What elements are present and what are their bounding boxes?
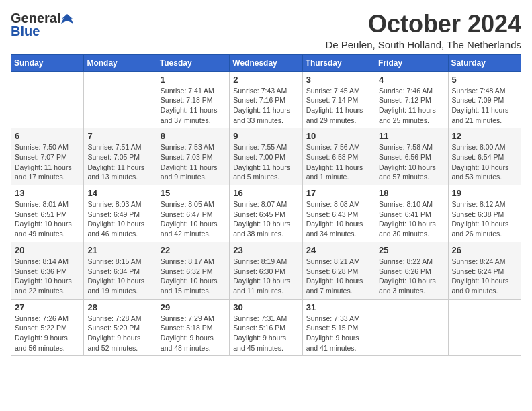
- day-number: 23: [233, 245, 298, 255]
- calendar-cell: 16Sunrise: 8:07 AM Sunset: 6:45 PM Dayli…: [230, 185, 302, 242]
- cell-text: Sunrise: 8:17 AM Sunset: 6:32 PM Dayligh…: [161, 257, 226, 296]
- calendar-cell: 8Sunrise: 7:53 AM Sunset: 7:03 PM Daylig…: [157, 128, 229, 185]
- calendar-cell: 12Sunrise: 8:00 AM Sunset: 6:54 PM Dayli…: [448, 128, 521, 185]
- cell-text: Sunrise: 8:05 AM Sunset: 6:47 PM Dayligh…: [161, 199, 226, 239]
- calendar-cell: 23Sunrise: 8:19 AM Sunset: 6:30 PM Dayli…: [230, 242, 302, 299]
- day-number: 12: [452, 131, 517, 141]
- weekday-header-monday: Monday: [84, 54, 157, 71]
- day-number: 19: [452, 188, 517, 198]
- cell-text: Sunrise: 8:00 AM Sunset: 6:54 PM Dayligh…: [452, 142, 517, 182]
- cell-text: Sunrise: 8:22 AM Sunset: 6:26 PM Dayligh…: [379, 257, 444, 296]
- cell-text: Sunrise: 7:28 AM Sunset: 5:20 PM Dayligh…: [87, 314, 152, 353]
- day-number: 20: [15, 245, 80, 255]
- weekday-header-friday: Friday: [375, 54, 448, 71]
- cell-text: Sunrise: 8:01 AM Sunset: 6:51 PM Dayligh…: [15, 199, 80, 239]
- calendar-cell: 26Sunrise: 8:24 AM Sunset: 6:24 PM Dayli…: [448, 242, 521, 299]
- cell-text: Sunrise: 7:29 AM Sunset: 5:18 PM Dayligh…: [161, 314, 226, 353]
- weekday-header-thursday: Thursday: [302, 54, 375, 71]
- calendar-cell: 25Sunrise: 8:22 AM Sunset: 6:26 PM Dayli…: [375, 242, 448, 299]
- calendar-cell: 15Sunrise: 8:05 AM Sunset: 6:47 PM Dayli…: [157, 185, 229, 242]
- cell-text: Sunrise: 8:08 AM Sunset: 6:43 PM Dayligh…: [306, 199, 371, 239]
- calendar-cell: 27Sunrise: 7:26 AM Sunset: 5:22 PM Dayli…: [11, 299, 84, 356]
- calendar-cell: 31Sunrise: 7:33 AM Sunset: 5:15 PM Dayli…: [302, 299, 375, 356]
- cell-text: Sunrise: 7:43 AM Sunset: 7:16 PM Dayligh…: [233, 86, 298, 126]
- cell-text: Sunrise: 7:50 AM Sunset: 7:07 PM Dayligh…: [15, 142, 80, 182]
- weekday-header-saturday: Saturday: [448, 54, 521, 71]
- calendar-cell: 29Sunrise: 7:29 AM Sunset: 5:18 PM Dayli…: [157, 299, 229, 356]
- day-number: 28: [87, 302, 152, 312]
- calendar-cell: 13Sunrise: 8:01 AM Sunset: 6:51 PM Dayli…: [11, 185, 84, 242]
- day-number: 16: [233, 188, 298, 198]
- calendar-cell: [11, 71, 84, 128]
- calendar-cell: 28Sunrise: 7:28 AM Sunset: 5:20 PM Dayli…: [84, 299, 157, 356]
- day-number: 31: [306, 302, 371, 312]
- calendar: SundayMondayTuesdayWednesdayThursdayFrid…: [11, 54, 521, 357]
- cell-text: Sunrise: 7:55 AM Sunset: 7:00 PM Dayligh…: [233, 142, 298, 182]
- calendar-cell: 2Sunrise: 7:43 AM Sunset: 7:16 PM Daylig…: [230, 71, 302, 128]
- week-row-3: 13Sunrise: 8:01 AM Sunset: 6:51 PM Dayli…: [11, 185, 521, 242]
- calendar-cell: 7Sunrise: 7:51 AM Sunset: 7:05 PM Daylig…: [84, 128, 157, 185]
- day-number: 14: [87, 188, 152, 198]
- month-title: October 2024: [325, 11, 521, 38]
- day-number: 17: [306, 188, 371, 198]
- calendar-cell: 17Sunrise: 8:08 AM Sunset: 6:43 PM Dayli…: [302, 185, 375, 242]
- day-number: 18: [379, 188, 444, 198]
- week-row-2: 6Sunrise: 7:50 AM Sunset: 7:07 PM Daylig…: [11, 128, 521, 185]
- logo: General Blue: [11, 11, 74, 39]
- day-number: 10: [306, 131, 371, 141]
- day-number: 6: [15, 131, 80, 141]
- day-number: 27: [15, 302, 80, 312]
- week-row-5: 27Sunrise: 7:26 AM Sunset: 5:22 PM Dayli…: [11, 299, 521, 356]
- day-number: 24: [306, 245, 371, 255]
- cell-text: Sunrise: 8:07 AM Sunset: 6:45 PM Dayligh…: [233, 199, 298, 239]
- calendar-cell: 4Sunrise: 7:46 AM Sunset: 7:12 PM Daylig…: [375, 71, 448, 128]
- calendar-cell: 30Sunrise: 7:31 AM Sunset: 5:16 PM Dayli…: [230, 299, 302, 356]
- day-number: 25: [379, 245, 444, 255]
- day-number: 22: [161, 245, 226, 255]
- day-number: 15: [161, 188, 226, 198]
- cell-text: Sunrise: 7:33 AM Sunset: 5:15 PM Dayligh…: [306, 314, 371, 353]
- day-number: 30: [233, 302, 298, 312]
- cell-text: Sunrise: 8:03 AM Sunset: 6:49 PM Dayligh…: [87, 199, 152, 239]
- location-title: De Peulen, South Holland, The Netherland…: [325, 39, 521, 50]
- week-row-1: 1Sunrise: 7:41 AM Sunset: 7:18 PM Daylig…: [11, 71, 521, 128]
- cell-text: Sunrise: 7:48 AM Sunset: 7:09 PM Dayligh…: [452, 86, 517, 126]
- logo-blue: Blue: [11, 24, 40, 39]
- day-number: 3: [306, 75, 371, 85]
- cell-text: Sunrise: 7:51 AM Sunset: 7:05 PM Dayligh…: [87, 142, 152, 182]
- calendar-cell: 1Sunrise: 7:41 AM Sunset: 7:18 PM Daylig…: [157, 71, 229, 128]
- logo-bird-icon: [61, 13, 73, 25]
- week-row-4: 20Sunrise: 8:14 AM Sunset: 6:36 PM Dayli…: [11, 242, 521, 299]
- svg-marker-0: [61, 14, 73, 24]
- cell-text: Sunrise: 8:14 AM Sunset: 6:36 PM Dayligh…: [15, 257, 80, 296]
- title-area: October 2024 De Peulen, South Holland, T…: [325, 11, 521, 50]
- calendar-cell: [375, 299, 448, 356]
- cell-text: Sunrise: 7:26 AM Sunset: 5:22 PM Dayligh…: [15, 314, 80, 353]
- cell-text: Sunrise: 7:46 AM Sunset: 7:12 PM Dayligh…: [379, 86, 444, 126]
- calendar-cell: 24Sunrise: 8:21 AM Sunset: 6:28 PM Dayli…: [302, 242, 375, 299]
- weekday-header-tuesday: Tuesday: [157, 54, 229, 71]
- cell-text: Sunrise: 8:24 AM Sunset: 6:24 PM Dayligh…: [452, 257, 517, 296]
- weekday-header-wednesday: Wednesday: [230, 54, 302, 71]
- calendar-cell: 22Sunrise: 8:17 AM Sunset: 6:32 PM Dayli…: [157, 242, 229, 299]
- calendar-cell: 20Sunrise: 8:14 AM Sunset: 6:36 PM Dayli…: [11, 242, 84, 299]
- calendar-cell: 6Sunrise: 7:50 AM Sunset: 7:07 PM Daylig…: [11, 128, 84, 185]
- calendar-cell: 3Sunrise: 7:45 AM Sunset: 7:14 PM Daylig…: [302, 71, 375, 128]
- calendar-cell: 10Sunrise: 7:56 AM Sunset: 6:58 PM Dayli…: [302, 128, 375, 185]
- cell-text: Sunrise: 7:31 AM Sunset: 5:16 PM Dayligh…: [233, 314, 298, 353]
- weekday-header-sunday: Sunday: [11, 54, 84, 71]
- calendar-cell: 14Sunrise: 8:03 AM Sunset: 6:49 PM Dayli…: [84, 185, 157, 242]
- calendar-cell: [84, 71, 157, 128]
- calendar-cell: 19Sunrise: 8:12 AM Sunset: 6:38 PM Dayli…: [448, 185, 521, 242]
- calendar-cell: 21Sunrise: 8:15 AM Sunset: 6:34 PM Dayli…: [84, 242, 157, 299]
- cell-text: Sunrise: 7:45 AM Sunset: 7:14 PM Dayligh…: [306, 86, 371, 126]
- day-number: 2: [233, 75, 298, 85]
- calendar-cell: 18Sunrise: 8:10 AM Sunset: 6:41 PM Dayli…: [375, 185, 448, 242]
- day-number: 7: [87, 131, 152, 141]
- day-number: 4: [379, 75, 444, 85]
- header: General Blue October 2024 De Peulen, Sou…: [11, 11, 521, 50]
- cell-text: Sunrise: 7:56 AM Sunset: 6:58 PM Dayligh…: [306, 142, 371, 182]
- day-number: 9: [233, 131, 298, 141]
- cell-text: Sunrise: 7:41 AM Sunset: 7:18 PM Dayligh…: [161, 86, 226, 126]
- calendar-cell: 5Sunrise: 7:48 AM Sunset: 7:09 PM Daylig…: [448, 71, 521, 128]
